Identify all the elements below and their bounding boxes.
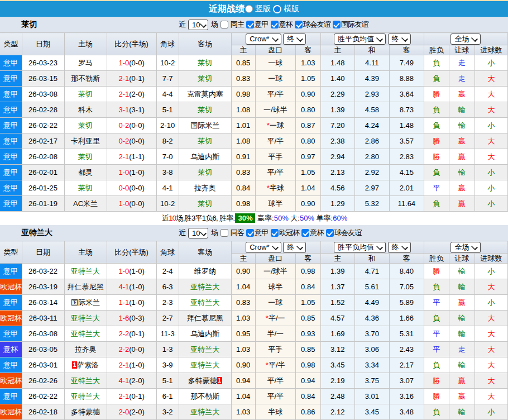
cell-avg-away: 7.05: [389, 279, 424, 295]
chevron-down-icon: [296, 245, 303, 250]
league-checkbox-意甲[interactable]: [246, 229, 254, 237]
stats-count: 10: [169, 214, 176, 222]
same-venue-checkbox[interactable]: [221, 21, 228, 28]
column-header: 比分(半场): [107, 241, 156, 264]
cell-away-odds: 0.84: [295, 279, 320, 295]
odds-stage-select[interactable]: 终: [283, 34, 306, 45]
halftime-score: (0-0): [129, 199, 144, 208]
team-name: 罗马: [78, 59, 93, 67]
match-count-select[interactable]: 10: [188, 228, 208, 238]
avg-stage-select[interactable]: 终: [388, 34, 411, 45]
cell-away-odds: 0.80: [295, 133, 320, 149]
avg-type-select[interactable]: 胜平负均值: [334, 242, 386, 253]
cell-score: 2-1(0-1): [107, 71, 156, 87]
league-label[interactable]: 球会友谊: [334, 228, 362, 238]
league-label[interactable]: 意甲: [255, 228, 268, 238]
cell-away-team: 克雷莫内塞: [179, 87, 231, 102]
horizontal-layout-label[interactable]: 横版: [284, 4, 299, 14]
cell-handicap: 平/半: [255, 87, 295, 102]
cell-result-goals: 小: [475, 404, 507, 420]
cell-date: 26-02-28: [22, 102, 64, 118]
cell-away-odds: 1.03: [295, 55, 320, 71]
cell-result-wdl: 負: [424, 71, 449, 87]
fulltime-score: 0-2: [118, 121, 129, 130]
company-select[interactable]: Crow*: [246, 242, 281, 253]
team-name: 亚特兰大: [190, 298, 219, 307]
cell-home-team: 莱切: [64, 118, 107, 133]
cell-away-odds: 0.87: [295, 118, 320, 133]
cell-avg-away: 5.31: [389, 326, 424, 342]
cell-handicap: *半球: [255, 180, 295, 196]
handicap-star: *: [267, 184, 270, 192]
cell-result-goals: 大: [475, 389, 507, 404]
league-label[interactable]: 意杯: [310, 228, 323, 238]
league-type-badge: 欧冠杯: [0, 373, 22, 389]
league-label[interactable]: 意甲: [255, 20, 268, 30]
odds-stage-select[interactable]: 终: [283, 242, 306, 253]
cell-home-team: 亚特兰大: [64, 264, 107, 279]
same-venue-label[interactable]: 同主: [229, 20, 244, 30]
same-venue-checkbox[interactable]: [221, 229, 228, 237]
league-checkbox-意杯[interactable]: [271, 21, 279, 28]
league-checkbox-意杯[interactable]: [301, 229, 309, 237]
team-name: 亚特兰大: [71, 267, 100, 275]
avg-type-select[interactable]: 胜平负均值: [334, 34, 386, 45]
cell-result-goals: 大: [475, 133, 507, 149]
cell-away-team: 亚特兰大: [179, 295, 231, 311]
cell-home-team: 亚特兰大: [64, 373, 107, 389]
cell-home-team: AC米兰: [64, 196, 107, 212]
table-row: 意甲26-02-17卡利亚里0-2(0-0)8-2莱切1.08平/半0.802.…: [0, 133, 508, 149]
cell-date: 26-02-17: [22, 133, 64, 149]
near-label: 近: [179, 228, 186, 238]
cell-avg-away: 2.01: [389, 180, 424, 196]
column-subheader: 和: [354, 254, 389, 264]
cell-score: 1-0(1-0): [107, 264, 156, 279]
cell-corners: 3-8: [156, 165, 179, 180]
team-name: 莱切: [78, 184, 93, 192]
league-type-badge: 意甲: [0, 87, 22, 102]
avg-stage-select[interactable]: 终: [388, 242, 411, 253]
team-name: 亚特兰大: [71, 330, 100, 338]
cell-avg-draw: 4.58: [354, 102, 389, 118]
team-name: 亚特兰大: [190, 361, 219, 369]
cell-corners: 1-3: [156, 342, 179, 357]
team-name: 多特蒙德: [71, 408, 100, 416]
cell-avg-away: 3.64: [389, 87, 424, 102]
cell-date: 26-02-08: [22, 149, 64, 165]
league-checkbox-意甲[interactable]: [246, 21, 254, 28]
league-checkbox-球会友谊[interactable]: [326, 229, 334, 237]
league-label[interactable]: 欧冠杯: [279, 228, 300, 238]
company-select[interactable]: Crow*: [246, 34, 281, 45]
chevron-down-icon: [272, 36, 279, 41]
league-checkbox-球会友谊[interactable]: [295, 21, 303, 28]
league-checkbox-欧冠杯[interactable]: [271, 229, 279, 237]
scope-select[interactable]: 全场: [451, 34, 481, 45]
column-header: 比分(半场): [107, 33, 156, 55]
team-name: 莱切: [78, 121, 93, 130]
league-checkbox-国际友谊[interactable]: [333, 21, 341, 28]
cell-result-handicap: 輸: [449, 311, 475, 326]
fulltime-score: 1-0: [118, 59, 129, 67]
halftime-score: (0-0): [129, 59, 144, 67]
vertical-layout-radio[interactable]: [245, 5, 253, 13]
table-row: 意甲26-03-15那不勒斯2-1(0-1)7-7莱切0.83一球1.051.4…: [0, 71, 508, 87]
team-name: 萨索洛: [77, 361, 99, 369]
cell-avg-draw: 4.39: [354, 71, 389, 87]
red-card-icon: 1: [217, 377, 222, 384]
halftime-score: (2-0): [129, 376, 144, 385]
cell-avg-draw: 3.34: [354, 357, 389, 373]
league-label[interactable]: 球会友谊: [303, 20, 330, 30]
cell-avg-home: 1.29: [320, 196, 354, 212]
scope-select[interactable]: 全场: [451, 242, 481, 253]
horizontal-layout-radio[interactable]: [273, 5, 281, 13]
same-venue-label[interactable]: 同客: [229, 228, 244, 238]
match-count-select[interactable]: 10: [188, 20, 208, 30]
league-label[interactable]: 国际友谊: [341, 20, 368, 30]
stats-footer: 近10场,胜3平1负6, 胜率:30% 赢率:50% 大:50% 单率:60%: [0, 212, 508, 225]
cell-result-goals: 大: [475, 373, 507, 389]
cell-result-wdl: 平: [424, 326, 449, 342]
league-label[interactable]: 意杯: [279, 20, 293, 30]
cell-handicap: 平/半: [255, 373, 295, 389]
league-type-badge: 意甲: [0, 133, 22, 149]
vertical-layout-label[interactable]: 竖版: [255, 4, 271, 14]
